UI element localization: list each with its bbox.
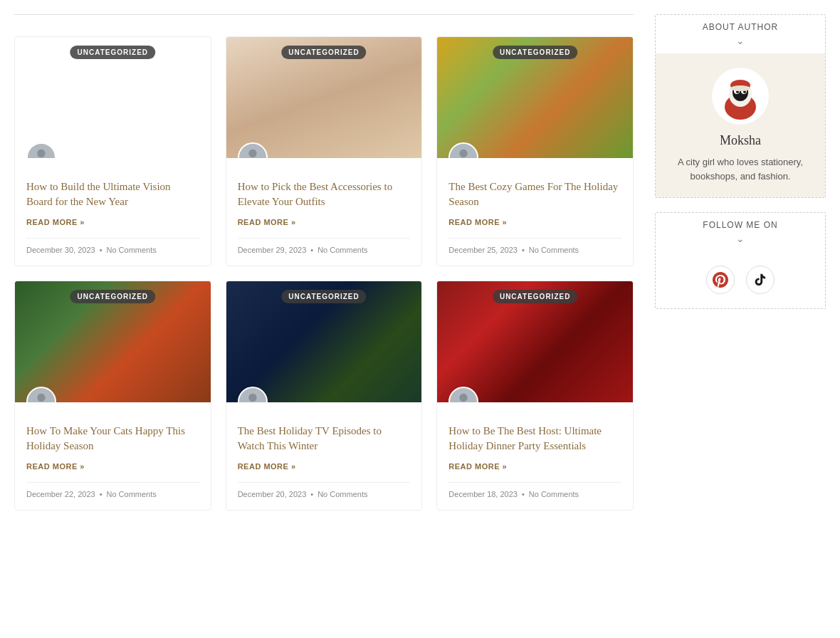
post-date: December 25, 2023 — [448, 246, 518, 254]
follow-chevron-icon: ⌄ — [736, 233, 745, 244]
post-body: How to Pick the Best Accessories to Elev… — [226, 158, 422, 266]
post-date: December 29, 2023 — [238, 246, 307, 254]
author-name: Moksha — [720, 133, 761, 148]
author-avatar — [238, 387, 268, 402]
post-title: The Best Cozy Games For The Holiday Seas… — [448, 179, 621, 209]
meta-dot: • — [310, 246, 313, 254]
meta-dot: • — [100, 490, 103, 498]
post-meta: December 29, 2023 • No Comments — [238, 238, 411, 254]
post-image-wrapper: UNCATEGORIZED — [226, 281, 422, 402]
post-image-wrapper: UNCATEGORIZED — [226, 37, 422, 158]
tiktok-icon — [753, 273, 767, 287]
post-title: How To Make Your Cats Happy This Holiday… — [26, 424, 199, 454]
follow-me-header: FOLLOW ME ON ⌄ — [656, 213, 825, 251]
category-badge: UNCATEGORIZED — [493, 46, 577, 59]
sidebar: ABOUT AUTHOR ⌄ — [655, 14, 826, 511]
pinterest-icon — [713, 272, 728, 288]
post-image-wrapper: UNCATEGORIZED — [15, 37, 211, 158]
post-card: UNCATEGORIZED How to Pick the Best Acces… — [226, 36, 423, 266]
post-image-wrapper: UNCATEGORIZED — [437, 37, 633, 158]
post-title: How to Be The Best Host: Ultimate Holida… — [448, 424, 621, 454]
user-icon — [31, 392, 51, 402]
post-card: UNCATEGORIZED How To Make Your Cats Happ… — [14, 281, 211, 511]
post-date: December 20, 2023 — [238, 490, 307, 498]
post-body: The Best Holiday TV Episodes to Watch Th… — [226, 402, 422, 510]
top-divider — [14, 14, 634, 15]
meta-dot: • — [522, 490, 525, 498]
posts-grid: UNCATEGORIZED How to Build the Ultimate … — [14, 36, 634, 511]
read-more-link[interactable]: READ MORE » — [238, 218, 411, 226]
post-comments: No Comments — [317, 246, 367, 254]
about-chevron-icon: ⌄ — [736, 35, 745, 46]
post-comments: No Comments — [529, 246, 579, 254]
read-more-link[interactable]: READ MORE » — [238, 462, 411, 471]
post-title: The Best Holiday TV Episodes to Watch Th… — [238, 424, 411, 454]
read-more-link[interactable]: READ MORE » — [448, 462, 621, 471]
post-card: UNCATEGORIZED How to Be The Best Host: U… — [436, 281, 634, 511]
follow-buttons — [656, 251, 825, 308]
author-avatar — [26, 387, 56, 402]
post-title: How to Build the Ultimate Vision Board f… — [26, 179, 199, 209]
author-avatar — [448, 387, 478, 402]
post-meta: December 30, 2023 • No Comments — [26, 238, 199, 254]
post-body: How To Make Your Cats Happy This Holiday… — [15, 402, 211, 510]
post-body: The Best Cozy Games For The Holiday Seas… — [437, 158, 633, 266]
read-more-link[interactable]: READ MORE » — [26, 218, 199, 226]
post-date: December 30, 2023 — [26, 246, 95, 254]
author-avatar — [238, 142, 268, 158]
post-meta: December 20, 2023 • No Comments — [238, 482, 411, 498]
about-author-label: ABOUT AUTHOR — [703, 22, 778, 32]
user-icon — [453, 392, 473, 402]
avatar-circle — [28, 388, 55, 402]
read-more-link[interactable]: READ MORE » — [26, 462, 199, 471]
about-author-section: ABOUT AUTHOR ⌄ — [655, 14, 826, 198]
mascot-svg — [715, 71, 765, 121]
post-title: How to Pick the Best Accessories to Elev… — [238, 179, 411, 209]
avatar-circle — [450, 144, 477, 158]
post-meta: December 18, 2023 • No Comments — [448, 482, 621, 498]
tiktok-button[interactable] — [746, 266, 775, 294]
category-badge: UNCATEGORIZED — [281, 46, 366, 59]
avatar-circle — [239, 388, 266, 402]
follow-me-label: FOLLOW ME ON — [703, 220, 777, 230]
about-author-header: ABOUT AUTHOR ⌄ — [656, 15, 825, 53]
meta-dot: • — [522, 246, 525, 254]
avatar-circle — [239, 144, 266, 158]
post-image-wrapper: UNCATEGORIZED — [437, 281, 633, 402]
post-body: How to Build the Ultimate Vision Board f… — [15, 158, 211, 266]
author-avatar — [26, 142, 56, 158]
read-more-link[interactable]: READ MORE » — [448, 218, 621, 226]
meta-dot: • — [100, 246, 103, 254]
author-bio: A city girl who loves stationery, booksh… — [670, 155, 811, 183]
user-icon — [243, 147, 263, 158]
main-content: UNCATEGORIZED How to Build the Ultimate … — [14, 14, 634, 511]
category-badge: UNCATEGORIZED — [493, 290, 577, 303]
post-comments: No Comments — [106, 246, 156, 254]
pinterest-button[interactable] — [706, 266, 735, 294]
category-badge: UNCATEGORIZED — [70, 290, 155, 303]
post-comments: No Comments — [317, 490, 367, 498]
post-body: How to Be The Best Host: Ultimate Holida… — [437, 402, 633, 510]
svg-point-9 — [730, 85, 750, 91]
post-meta: December 22, 2023 • No Comments — [26, 482, 199, 498]
category-badge: UNCATEGORIZED — [70, 46, 155, 59]
post-card: UNCATEGORIZED The Best Holiday TV Episod… — [226, 281, 423, 511]
post-comments: No Comments — [529, 490, 579, 498]
post-date: December 22, 2023 — [26, 490, 95, 498]
user-icon — [453, 147, 473, 158]
user-icon — [243, 392, 263, 402]
post-comments: No Comments — [106, 490, 156, 498]
user-icon — [31, 147, 51, 158]
avatar-circle — [450, 388, 477, 402]
post-meta: December 25, 2023 • No Comments — [448, 238, 621, 254]
author-box: Moksha A city girl who loves stationery,… — [656, 53, 825, 197]
post-card: UNCATEGORIZED How to Build the Ultimate … — [14, 36, 211, 266]
author-mascot — [712, 68, 769, 125]
author-avatar — [448, 142, 478, 158]
meta-dot: • — [310, 490, 313, 498]
post-date: December 18, 2023 — [448, 490, 518, 498]
category-badge: UNCATEGORIZED — [281, 290, 366, 303]
page-wrapper: UNCATEGORIZED How to Build the Ultimate … — [0, 0, 840, 525]
post-image-wrapper: UNCATEGORIZED — [15, 281, 211, 402]
avatar-circle — [28, 144, 55, 158]
